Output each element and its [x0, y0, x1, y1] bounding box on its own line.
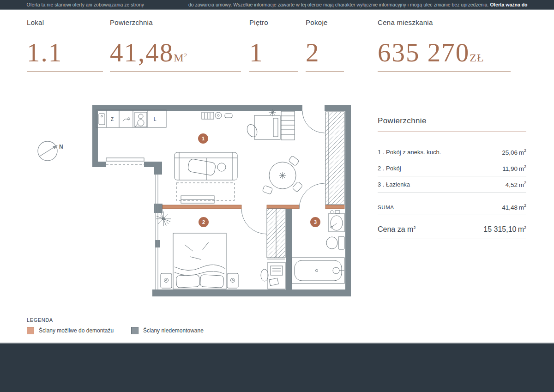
room-3-badge-label: 3: [314, 219, 317, 225]
legend-label: Ściany niedemontowane: [143, 327, 204, 334]
powierzchnia-value: 41,48M2: [110, 41, 241, 71]
console-icon: [225, 114, 232, 118]
office-chair-icon: [245, 123, 259, 139]
legend-title: LEGENDA: [27, 317, 204, 323]
cena-value: 635 270ZŁ: [378, 41, 511, 71]
header-col-cena: Cena mieszkania 635 270ZŁ: [378, 18, 511, 72]
disclaimer-text-1: Oferta ta nie stanowi oferty ani zobowią…: [27, 2, 144, 7]
header-col-powierzchnia: Powierzchnia 41,48M2: [110, 18, 241, 72]
kitchen-counter: Z L: [96, 110, 166, 127]
accessory-icon: [335, 211, 340, 213]
person-icon: [217, 163, 226, 171]
monitor-icon: [273, 118, 278, 137]
accessory-icon: [331, 211, 333, 213]
price-per-m2-label: Cena za m2: [378, 225, 416, 234]
legend-swatch-removable-walls: [27, 327, 34, 334]
area-row-1: 1 . Pokój z aneks. kuch. 25,06 m2: [378, 144, 526, 160]
kitchen-sink-small-icon: [99, 114, 105, 125]
legend-label: Ściany możliwe do demontażu: [39, 327, 114, 334]
floor-plan: N: [25, 102, 353, 298]
lokal-value: 1.1: [27, 41, 103, 71]
area-row-value: 4,52 m2: [506, 181, 526, 188]
compass-north-label: N: [59, 144, 63, 150]
offer-page: Oferta ta nie stanowi oferty ani zobowią…: [0, 0, 554, 392]
pillow-icon: [200, 275, 223, 288]
rug: [176, 183, 235, 200]
header-col-pietro: Piętro 1: [249, 18, 298, 72]
lokal-label: Lokal: [27, 18, 103, 26]
cena-label: Cena mieszkania: [378, 18, 511, 26]
disclaimer-valid-until: Oferta ważna do: [490, 2, 527, 7]
pillow-icon: [176, 275, 199, 288]
suma-row: SUMA 41,48 m2: [378, 199, 526, 215]
legend-item-removable-walls: Ściany możliwe do demontażu: [27, 327, 114, 334]
entrance-wardrobe: [325, 112, 344, 205]
areas-panel-title: Powierzchnie: [378, 116, 526, 132]
legend-item-fixed-walls: Ściany niedemontowane: [131, 327, 204, 334]
sofa: [175, 152, 237, 180]
bedroom-wardrobe: [267, 209, 285, 259]
bathtub-icon: [292, 258, 344, 283]
bathroom-door-arc: [299, 183, 325, 209]
header-col-pokoje: Pokoje 2: [306, 18, 344, 72]
bedroom-door-arc: [241, 209, 267, 234]
toilet-icon: [326, 236, 344, 249]
footer-bar: [0, 343, 554, 392]
bedroom-desk: [261, 262, 285, 289]
price-per-m2-row: Cena za m2 15 315,10 m2: [378, 220, 526, 239]
papers-icon: [269, 278, 278, 285]
nightstand-right: [227, 273, 238, 288]
balcony-window: [106, 158, 144, 167]
nightstand-left: [161, 273, 172, 288]
compass-icon: N: [38, 141, 63, 161]
dining-table: [262, 156, 303, 194]
bedroom-window: [156, 175, 158, 289]
office-chair-icon: [261, 269, 268, 281]
fan-icon: [215, 112, 222, 119]
walls-fixed: [92, 105, 351, 296]
legend: LEGENDA Ściany możliwe do demontażu Ścia…: [27, 317, 204, 334]
suma-value: 41,48 m2: [502, 203, 526, 211]
chair-icon: [262, 185, 273, 194]
radiator-icon: [202, 112, 232, 119]
plant-icon: [279, 172, 286, 179]
bed: [173, 233, 226, 289]
dishwasher-label: Z: [111, 117, 114, 122]
area-row-2: 2 . Pokój 11,90 m2: [378, 160, 526, 176]
desk-workspace: [245, 109, 295, 140]
area-row-value: 11,90 m2: [502, 164, 526, 172]
plant-icon: [269, 109, 276, 116]
tv-bench: [181, 196, 214, 203]
pokoje-value: 2: [306, 41, 344, 71]
disclaimer-bar: Oferta ta nie stanowi oferty ani zobowią…: [0, 0, 554, 10]
pokoje-label: Pokoje: [306, 18, 344, 26]
pietro-label: Piętro: [249, 18, 298, 26]
fridge-label: L: [154, 117, 157, 122]
suma-label: SUMA: [378, 205, 394, 210]
shelf-icon: [281, 111, 295, 140]
walls-removable: [163, 205, 344, 209]
area-row-3: 3 . Łazienka 4,52 m2: [378, 176, 526, 193]
price-per-m2-value: 15 315,10 m2: [483, 225, 526, 234]
pietro-value: 1: [249, 41, 298, 71]
plant-icon-large: [156, 211, 171, 226]
double-sink-icon: [135, 112, 147, 127]
area-row-label: 1 . Pokój z aneks. kuch.: [378, 149, 441, 156]
area-row-label: 3 . Łazienka: [378, 181, 410, 188]
room-1-badge-label: 1: [202, 136, 205, 141]
entrance-door-arc: [302, 111, 325, 133]
areas-panel: Powierzchnie 1 . Pokój z aneks. kuch. 25…: [378, 116, 526, 239]
area-row-label: 2 . Pokój: [378, 165, 401, 172]
washbasin-icon: [329, 213, 344, 232]
disclaimer-text-2: do zawarcia umowy. Wszelkie informacje z…: [188, 2, 528, 7]
powierzchnia-label: Powierzchnia: [110, 18, 241, 26]
laptop-icon: [271, 266, 283, 275]
room-2-badge-label: 2: [202, 219, 205, 225]
header-col-lokal: Lokal 1.1: [27, 18, 103, 72]
legend-swatch-fixed-walls: [131, 327, 138, 334]
area-row-value: 25,06 m2: [502, 148, 526, 156]
